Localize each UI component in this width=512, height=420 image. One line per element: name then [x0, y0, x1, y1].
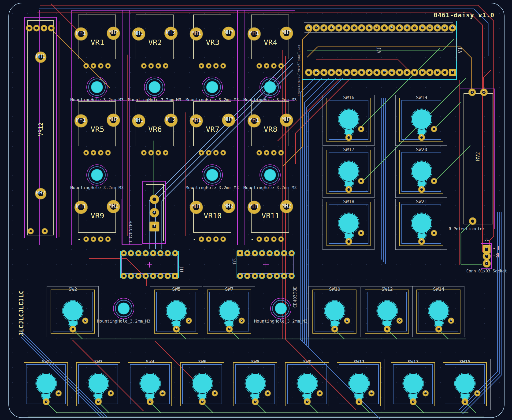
pot-pin-pad-1[interactable]	[199, 237, 204, 242]
pot-pin-pad-2[interactable]	[264, 63, 269, 68]
dip-pad[interactable]	[165, 250, 171, 256]
switch-sw15[interactable]: SW1512	[439, 359, 491, 410]
dip-pad[interactable]	[245, 250, 250, 256]
pot-pin-pad-4[interactable]	[221, 237, 226, 242]
dip-pad[interactable]	[281, 273, 287, 279]
pot-vr7[interactable]: MH1MH2VR7-	[193, 101, 231, 146]
pot-pin-pad-4[interactable]	[279, 237, 284, 242]
dip-pad[interactable]	[245, 273, 250, 279]
switch-sw6[interactable]: SW612	[176, 359, 228, 410]
dip-pad[interactable]	[143, 273, 148, 279]
pot-vr3[interactable]: MH1MH2VR3-	[193, 15, 231, 59]
switch-sw2[interactable]: SW212	[47, 286, 99, 337]
switch-sw21[interactable]: SW2112	[395, 199, 447, 250]
dip-pad[interactable]	[158, 250, 163, 256]
pot-vr9[interactable]: MH1MH2VR9-	[78, 188, 116, 232]
dip-pad[interactable]	[128, 273, 134, 279]
pot-pin-pad-2[interactable]	[206, 237, 211, 242]
vr12-pin-pad-3[interactable]	[41, 25, 47, 31]
pot-pin-pad-3[interactable]	[98, 237, 103, 242]
pot-vr4[interactable]: MH1MH2VR4-	[251, 15, 289, 59]
vr12-pin-pad-1[interactable]	[26, 25, 32, 31]
dip-pad[interactable]	[121, 250, 126, 256]
pot-pin-pad-1[interactable]	[84, 237, 89, 242]
vr12-pad-b[interactable]	[42, 228, 48, 234]
dip-pad[interactable]	[267, 273, 272, 279]
pot-pin-pad-1[interactable]	[257, 237, 262, 242]
switch-sw4[interactable]: SW412	[124, 359, 176, 410]
pot-pin-pad-1[interactable]	[84, 63, 89, 68]
vr12-pin-pad-4[interactable]	[48, 25, 54, 31]
pot-pin-pad-2[interactable]	[149, 150, 154, 155]
pot-pin-pad-1[interactable]	[141, 63, 146, 68]
switch-sw11[interactable]: SW1112	[333, 359, 385, 410]
dip-pad[interactable]	[172, 273, 178, 279]
pot-vr12[interactable]: MH1MH2VR12	[24, 17, 57, 238]
dip-pad[interactable]	[267, 250, 272, 256]
switch-sw3[interactable]: SW312	[72, 359, 124, 410]
dip-pad[interactable]	[136, 273, 141, 279]
dip-pad[interactable]	[165, 273, 171, 279]
dip-pad[interactable]	[289, 273, 294, 279]
dip-pad[interactable]	[274, 273, 280, 279]
pot-pin-pad-3[interactable]	[271, 150, 276, 155]
connector-j1[interactable]: 123	[481, 243, 492, 269]
pot-pin-pad-4[interactable]	[163, 150, 168, 155]
pot-pin-pad-4[interactable]	[106, 237, 111, 242]
switch-sw12[interactable]: SW1212	[361, 286, 413, 337]
pot-pin-pad-1[interactable]	[199, 63, 204, 68]
dip-pad[interactable]	[143, 250, 148, 256]
pot-pin-pad-2[interactable]	[91, 237, 96, 242]
switch-sw9[interactable]: SW912	[281, 359, 333, 410]
dip-pad[interactable]	[136, 250, 141, 256]
pot-pin-pad-2[interactable]	[264, 150, 269, 155]
dip-pad[interactable]	[121, 273, 126, 279]
switch-sw16[interactable]: SW1612	[323, 95, 375, 146]
pot-pin-pad-2[interactable]	[149, 63, 154, 68]
pot-pin-pad-4[interactable]	[279, 63, 284, 68]
pot-vr8[interactable]: MH1MH2VR8-	[251, 101, 289, 146]
pot-pin-pad-1[interactable]	[257, 150, 262, 155]
pot-vr6[interactable]: MH1MH2VR6-	[136, 101, 174, 146]
vr12-pad-a[interactable]	[28, 228, 33, 234]
dip-pad[interactable]	[237, 250, 243, 256]
pot-pin-pad-3[interactable]	[214, 237, 219, 242]
dip-pad[interactable]	[150, 250, 156, 256]
pot-pin-pad-2[interactable]	[206, 150, 211, 155]
pot-pin-pad-3[interactable]	[98, 150, 103, 155]
pot-pin-pad-2[interactable]	[264, 237, 269, 242]
switch-sw13[interactable]: SW1312	[387, 359, 439, 410]
switch-sw1[interactable]: SW112	[20, 359, 72, 410]
pot-pin-pad-1[interactable]	[84, 150, 89, 155]
pot-pin-pad-2[interactable]	[91, 150, 96, 155]
pot-pin-pad-2[interactable]	[206, 63, 211, 68]
dip-pad[interactable]	[172, 250, 178, 256]
dip-pad[interactable]	[259, 273, 265, 279]
pot-pin-pad-4[interactable]	[163, 63, 168, 68]
switch-sw18[interactable]: SW1812	[323, 199, 375, 250]
pot-pin-pad-3[interactable]	[271, 63, 276, 68]
pot-pin-pad-4[interactable]	[279, 150, 284, 155]
switch-sw5[interactable]: SW512	[150, 286, 202, 337]
switch-sw10[interactable]: SW1012	[308, 286, 360, 337]
pot-vr1[interactable]: MH1MH2VR1-	[78, 15, 116, 59]
switch-sw17[interactable]: SW1712	[323, 147, 375, 198]
pot-vr11[interactable]: MH1MH2VR11-	[251, 188, 289, 232]
pot-pin-pad-4[interactable]	[221, 63, 226, 68]
switch-sw14[interactable]: SW1412	[412, 286, 464, 337]
pot-pin-pad-4[interactable]	[106, 150, 111, 155]
dip-pad[interactable]	[252, 273, 258, 279]
pot-vr2[interactable]: MH1MH2VR2-	[136, 15, 174, 59]
pot-pin-pad-3[interactable]	[156, 63, 161, 68]
pot-pin-pad-3[interactable]	[156, 150, 161, 155]
switch-sw20[interactable]: SW2012	[395, 147, 447, 198]
pot-pin-pad-3[interactable]	[214, 150, 219, 155]
pot-vr10[interactable]: MH1MH2VR10-	[193, 188, 231, 232]
switch-sw7[interactable]: SW712	[203, 286, 255, 337]
pot-rv2[interactable]: 123	[460, 89, 495, 229]
pot-pin-pad-3[interactable]	[214, 63, 219, 68]
dip-pad[interactable]	[158, 273, 163, 279]
dip-pad[interactable]	[150, 273, 156, 279]
dip-pad[interactable]	[128, 250, 134, 256]
switch-sw8[interactable]: SW812	[229, 359, 281, 410]
